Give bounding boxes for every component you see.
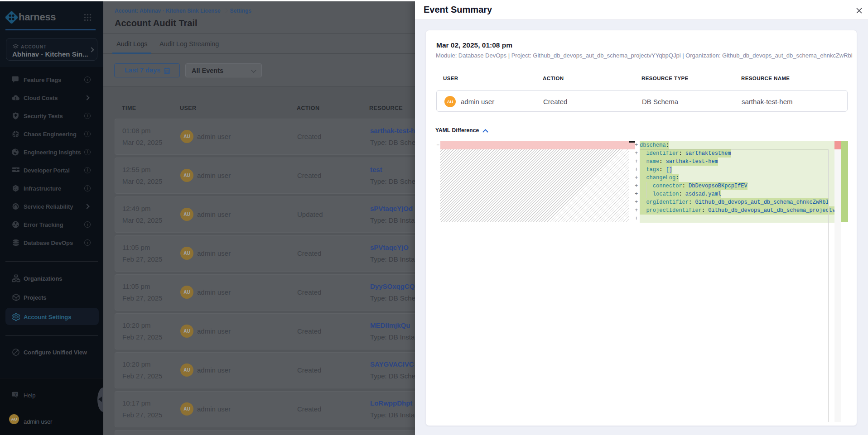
svg-text:?: ? <box>14 392 17 397</box>
